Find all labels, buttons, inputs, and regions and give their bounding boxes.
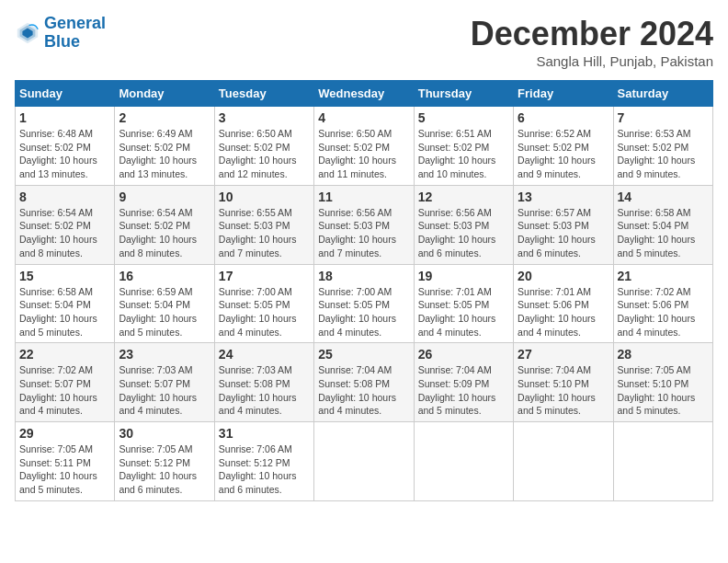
day-cell: 23Sunrise: 7:03 AM Sunset: 5:07 PM Dayli… <box>115 343 214 422</box>
week-row-1: 1Sunrise: 6:48 AM Sunset: 5:02 PM Daylig… <box>16 107 713 186</box>
day-info: Sunrise: 7:03 AM Sunset: 5:08 PM Dayligh… <box>219 363 310 418</box>
day-cell: 28Sunrise: 7:05 AM Sunset: 5:10 PM Dayli… <box>613 343 712 422</box>
day-number: 13 <box>518 190 609 204</box>
day-info: Sunrise: 6:54 AM Sunset: 5:02 PM Dayligh… <box>19 206 110 260</box>
day-cell: 18Sunrise: 7:00 AM Sunset: 5:05 PM Dayli… <box>314 264 414 343</box>
day-info: Sunrise: 7:03 AM Sunset: 5:07 PM Dayligh… <box>119 363 210 418</box>
day-info: Sunrise: 7:01 AM Sunset: 5:06 PM Dayligh… <box>518 285 609 339</box>
day-info: Sunrise: 6:50 AM Sunset: 5:02 PM Dayligh… <box>318 127 409 181</box>
day-cell: 25Sunrise: 7:04 AM Sunset: 5:08 PM Dayli… <box>314 343 414 422</box>
day-cell: 1Sunrise: 6:48 AM Sunset: 5:02 PM Daylig… <box>16 107 115 186</box>
day-header-thursday: Thursday <box>414 81 513 107</box>
day-cell: 30Sunrise: 7:05 AM Sunset: 5:12 PM Dayli… <box>115 422 214 501</box>
day-number: 12 <box>418 190 509 204</box>
day-cell: 8Sunrise: 6:54 AM Sunset: 5:02 PM Daylig… <box>16 185 115 264</box>
day-cell: 29Sunrise: 7:05 AM Sunset: 5:11 PM Dayli… <box>16 422 115 501</box>
day-info: Sunrise: 7:02 AM Sunset: 5:07 PM Dayligh… <box>19 363 110 418</box>
day-header-friday: Friday <box>514 81 613 107</box>
day-info: Sunrise: 6:52 AM Sunset: 5:02 PM Dayligh… <box>518 127 609 181</box>
day-info: Sunrise: 6:56 AM Sunset: 5:03 PM Dayligh… <box>418 206 509 260</box>
day-info: Sunrise: 7:06 AM Sunset: 5:12 PM Dayligh… <box>219 442 310 497</box>
day-info: Sunrise: 6:58 AM Sunset: 5:04 PM Dayligh… <box>19 285 110 339</box>
day-number: 6 <box>518 110 609 125</box>
day-number: 24 <box>219 347 310 362</box>
header: General Blue December 2024 Sangla Hill, … <box>15 15 713 69</box>
day-info: Sunrise: 6:54 AM Sunset: 5:02 PM Dayligh… <box>119 206 210 260</box>
day-cell: 13Sunrise: 6:57 AM Sunset: 5:03 PM Dayli… <box>514 185 613 264</box>
day-cell: 2Sunrise: 6:49 AM Sunset: 5:02 PM Daylig… <box>115 107 214 186</box>
day-info: Sunrise: 7:01 AM Sunset: 5:05 PM Dayligh… <box>418 285 509 339</box>
day-header-monday: Monday <box>115 81 214 107</box>
day-cell: 14Sunrise: 6:58 AM Sunset: 5:04 PM Dayli… <box>613 185 712 264</box>
day-cell: 12Sunrise: 6:56 AM Sunset: 5:03 PM Dayli… <box>414 185 513 264</box>
day-number: 14 <box>618 190 709 204</box>
day-info: Sunrise: 6:49 AM Sunset: 5:02 PM Dayligh… <box>119 127 210 181</box>
logo-icon <box>15 20 40 46</box>
day-cell: 10Sunrise: 6:55 AM Sunset: 5:03 PM Dayli… <box>214 185 313 264</box>
day-number: 31 <box>219 426 310 441</box>
day-cell: 15Sunrise: 6:58 AM Sunset: 5:04 PM Dayli… <box>16 264 115 343</box>
day-number: 25 <box>318 347 409 362</box>
day-number: 30 <box>119 426 210 441</box>
day-number: 23 <box>119 347 210 362</box>
day-cell: 26Sunrise: 7:04 AM Sunset: 5:09 PM Dayli… <box>414 343 513 422</box>
day-info: Sunrise: 7:04 AM Sunset: 5:09 PM Dayligh… <box>418 363 509 418</box>
day-number: 11 <box>318 190 409 204</box>
day-number: 8 <box>19 190 110 204</box>
title-area: December 2024 Sangla Hill, Punjab, Pakis… <box>471 15 713 69</box>
day-number: 9 <box>119 190 210 204</box>
day-info: Sunrise: 6:48 AM Sunset: 5:02 PM Dayligh… <box>19 127 110 181</box>
day-info: Sunrise: 7:05 AM Sunset: 5:12 PM Dayligh… <box>119 442 210 497</box>
logo-text: General Blue <box>44 15 106 52</box>
day-cell: 17Sunrise: 7:00 AM Sunset: 5:05 PM Dayli… <box>214 264 313 343</box>
day-number: 15 <box>19 269 110 283</box>
day-info: Sunrise: 7:04 AM Sunset: 5:10 PM Dayligh… <box>518 363 609 418</box>
day-number: 17 <box>219 269 310 283</box>
day-number: 28 <box>618 347 709 362</box>
logo: General Blue <box>15 15 106 52</box>
day-cell <box>613 422 712 501</box>
day-info: Sunrise: 6:50 AM Sunset: 5:02 PM Dayligh… <box>219 127 310 181</box>
day-number: 26 <box>418 347 509 362</box>
day-cell <box>314 422 414 501</box>
day-cell: 9Sunrise: 6:54 AM Sunset: 5:02 PM Daylig… <box>115 185 214 264</box>
day-cell: 20Sunrise: 7:01 AM Sunset: 5:06 PM Dayli… <box>514 264 613 343</box>
day-info: Sunrise: 6:51 AM Sunset: 5:02 PM Dayligh… <box>418 127 509 181</box>
day-header-sunday: Sunday <box>16 81 115 107</box>
day-number: 27 <box>518 347 609 362</box>
day-cell: 31Sunrise: 7:06 AM Sunset: 5:12 PM Dayli… <box>214 422 313 501</box>
logo-line2: Blue <box>44 32 80 51</box>
day-info: Sunrise: 6:58 AM Sunset: 5:04 PM Dayligh… <box>618 206 709 260</box>
header-row: SundayMondayTuesdayWednesdayThursdayFrid… <box>16 81 713 107</box>
day-number: 2 <box>119 110 210 125</box>
day-number: 16 <box>119 269 210 283</box>
day-info: Sunrise: 6:59 AM Sunset: 5:04 PM Dayligh… <box>119 285 210 339</box>
day-cell: 3Sunrise: 6:50 AM Sunset: 5:02 PM Daylig… <box>214 107 313 186</box>
day-number: 5 <box>418 110 509 125</box>
week-row-4: 22Sunrise: 7:02 AM Sunset: 5:07 PM Dayli… <box>16 343 713 422</box>
day-cell: 4Sunrise: 6:50 AM Sunset: 5:02 PM Daylig… <box>314 107 414 186</box>
day-cell: 22Sunrise: 7:02 AM Sunset: 5:07 PM Dayli… <box>16 343 115 422</box>
day-info: Sunrise: 7:02 AM Sunset: 5:06 PM Dayligh… <box>618 285 709 339</box>
day-cell: 19Sunrise: 7:01 AM Sunset: 5:05 PM Dayli… <box>414 264 513 343</box>
day-info: Sunrise: 7:00 AM Sunset: 5:05 PM Dayligh… <box>219 285 310 339</box>
day-cell: 21Sunrise: 7:02 AM Sunset: 5:06 PM Dayli… <box>613 264 712 343</box>
day-number: 7 <box>618 110 709 125</box>
day-info: Sunrise: 7:05 AM Sunset: 5:11 PM Dayligh… <box>19 442 110 497</box>
day-cell: 24Sunrise: 7:03 AM Sunset: 5:08 PM Dayli… <box>214 343 313 422</box>
day-number: 20 <box>518 269 609 283</box>
day-number: 10 <box>219 190 310 204</box>
day-number: 4 <box>318 110 409 125</box>
day-cell: 16Sunrise: 6:59 AM Sunset: 5:04 PM Dayli… <box>115 264 214 343</box>
day-info: Sunrise: 7:04 AM Sunset: 5:08 PM Dayligh… <box>318 363 409 418</box>
week-row-3: 15Sunrise: 6:58 AM Sunset: 5:04 PM Dayli… <box>16 264 713 343</box>
day-cell: 11Sunrise: 6:56 AM Sunset: 5:03 PM Dayli… <box>314 185 414 264</box>
day-cell: 5Sunrise: 6:51 AM Sunset: 5:02 PM Daylig… <box>414 107 513 186</box>
day-number: 29 <box>19 426 110 441</box>
location: Sangla Hill, Punjab, Pakistan <box>471 53 713 69</box>
day-number: 18 <box>318 269 409 283</box>
week-row-5: 29Sunrise: 7:05 AM Sunset: 5:11 PM Dayli… <box>16 422 713 501</box>
day-header-tuesday: Tuesday <box>214 81 313 107</box>
day-cell: 6Sunrise: 6:52 AM Sunset: 5:02 PM Daylig… <box>514 107 613 186</box>
day-info: Sunrise: 6:55 AM Sunset: 5:03 PM Dayligh… <box>219 206 310 260</box>
